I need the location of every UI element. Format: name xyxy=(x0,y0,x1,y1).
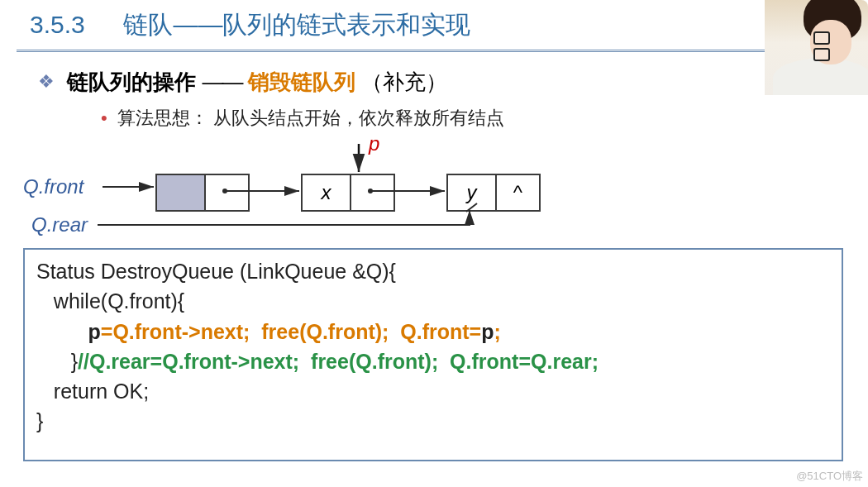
long-dash: —— xyxy=(202,69,241,94)
subsection-note: （补充） xyxy=(361,69,447,94)
svg-line-6 xyxy=(466,203,477,212)
diamond-bullet-icon: ❖ xyxy=(38,71,55,92)
linked-queue-diagram: p Q.front Q.rear x y ^ xyxy=(23,132,618,240)
svg-point-4 xyxy=(368,189,373,193)
code-line-3: p=Q.front->next; free(Q.front); Q.front=… xyxy=(36,317,830,346)
glasses-icon xyxy=(813,31,848,43)
slide-title: 3.5.3 链队——队列的链式表示和实现 xyxy=(30,8,470,42)
subsection-lead: 链队列的操作 xyxy=(67,69,196,94)
code-line-4: }//Q.rear=Q.front->next; free(Q.front); … xyxy=(36,346,830,376)
subsection-action: 销毁链队列 xyxy=(248,69,355,94)
subsection-line: ❖ 链队列的操作 —— 销毁链队列 （补充） xyxy=(38,68,447,97)
section-title: 链队——队列的链式表示和实现 xyxy=(123,11,470,38)
idea-text: 从队头结点开始，依次释放所有结点 xyxy=(213,107,504,128)
code-line-5: return OK; xyxy=(36,376,830,406)
dot-bullet-icon: • xyxy=(101,107,107,128)
section-number: 3.5.3 xyxy=(30,11,85,38)
idea-label: 算法思想： xyxy=(117,107,208,128)
diagram-arrows xyxy=(23,132,618,240)
presenter-webcam xyxy=(765,0,868,95)
code-line-6: } xyxy=(36,406,830,436)
title-underline xyxy=(17,50,851,52)
code-line-2: while(Q.front){ xyxy=(36,286,830,316)
watermark: @51CTO博客 xyxy=(796,469,863,484)
idea-line: • 算法思想： 从队头结点开始，依次释放所有结点 xyxy=(101,106,504,131)
svg-point-2 xyxy=(222,189,227,193)
code-line-1: Status DestroyQueue (LinkQueue &Q){ xyxy=(36,256,830,286)
code-box: Status DestroyQueue (LinkQueue &Q){ whil… xyxy=(23,248,843,461)
